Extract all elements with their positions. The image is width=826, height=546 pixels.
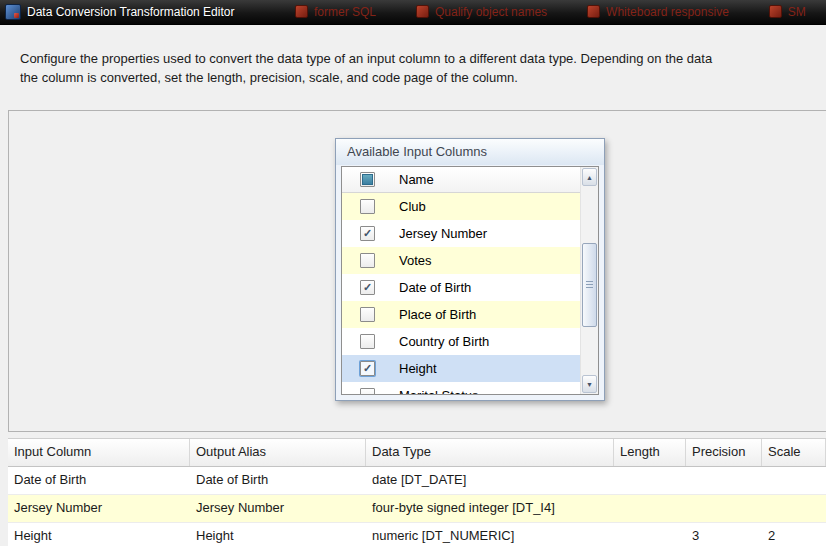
background-window-title-former-sql: former SQL [295,5,376,19]
scroll-up-button[interactable]: ▲ [582,168,597,186]
grid-cell[interactable]: Height [8,523,190,546]
data-conversion-app-icon [5,4,21,20]
scrollbar-track[interactable] [581,187,598,374]
grid-cell[interactable] [686,467,762,494]
grid-cell[interactable]: four-byte signed integer [DT_I4] [366,495,614,522]
grid-header-scale[interactable]: Scale [762,439,826,466]
select-all-checkbox[interactable] [360,172,375,187]
grid-cell[interactable]: 3 [686,523,762,546]
titlebar[interactable]: Data Conversion Transformation Editor fo… [0,0,826,25]
column-row-votes[interactable]: Votes [342,247,581,274]
background-window-icon [769,5,782,18]
column-label: Marital Status [399,388,478,394]
grid-body: Date of BirthDate of Birthdate [DT_DATE]… [8,467,826,546]
column-checkbox[interactable] [360,334,375,349]
scrollbar-thumb[interactable] [582,243,597,327]
scroll-down-button[interactable]: ▼ [582,375,597,393]
background-window-icon [416,5,429,18]
column-row-date-of-birth[interactable]: ✓Date of Birth [342,274,581,301]
column-label: Votes [399,253,432,268]
grid-row[interactable]: Jersey NumberJersey Numberfour-byte sign… [8,495,826,523]
grid-header-input-column[interactable]: Input Column [8,439,190,466]
background-window-label: former SQL [314,5,376,19]
grid-cell[interactable]: date [DT_DATE] [366,467,614,494]
columns-panel: Available Input Columns Name Club✓Jersey… [8,110,826,432]
background-window-title-whiteboard-responsive: Whiteboard responsive [587,5,729,19]
column-label: Height [399,361,437,376]
background-window-title-sm: SM [769,5,806,19]
vertical-scrollbar[interactable]: ▲ ▼ [580,167,598,394]
grid-cell[interactable] [614,495,686,522]
grid-cell[interactable]: Jersey Number [8,495,190,522]
available-input-columns-title: Available Input Columns [336,139,604,165]
background-window-label: SM [788,5,806,19]
background-window-icon [295,5,308,18]
available-columns-list-container: Name Club✓Jersey NumberVotes✓Date of Bir… [341,166,599,395]
column-label: Date of Birth [399,280,471,295]
grid-cell[interactable] [686,495,762,522]
available-columns-list: Name Club✓Jersey NumberVotes✓Date of Bir… [342,167,581,394]
column-label: Jersey Number [399,226,487,241]
column-label: Place of Birth [399,307,476,322]
column-checkbox[interactable] [360,199,375,214]
column-checkbox[interactable] [360,253,375,268]
indeterminate-mark-icon [362,174,373,185]
grid-cell[interactable]: numeric [DT_NUMERIC] [366,523,614,546]
background-window-label: Qualify object names [435,5,547,19]
column-checkbox[interactable]: ✓ [360,226,375,241]
conversion-grid: Input ColumnOutput AliasData TypeLengthP… [8,438,826,546]
column-checkbox[interactable]: ✓ [360,280,375,295]
column-label: Club [399,199,426,214]
column-row-jersey-number[interactable]: ✓Jersey Number [342,220,581,247]
grid-cell[interactable] [762,495,826,522]
column-row-country-of-birth[interactable]: Country of Birth [342,328,581,355]
column-checkbox[interactable] [360,307,375,322]
grid-header-precision[interactable]: Precision [686,439,762,466]
grid-header-data-type[interactable]: Data Type [366,439,614,466]
background-window-titles: former SQLQualify object namesWhiteboard… [295,0,826,23]
grid-header-length[interactable]: Length [614,439,686,466]
grid-cell[interactable] [614,523,686,546]
description-text: Configure the properties used to convert… [20,49,822,87]
grid-row[interactable]: Date of BirthDate of Birthdate [DT_DATE] [8,467,826,495]
grid-cell[interactable]: 2 [762,523,826,546]
grid-cell[interactable] [614,467,686,494]
column-row-marital-status[interactable]: Marital Status [342,382,581,394]
grid-cell[interactable] [762,467,826,494]
column-checkbox[interactable]: ✓ [360,361,375,376]
grid-row[interactable]: HeightHeightnumeric [DT_NUMERIC]32 [8,523,826,546]
grid-header-row: Input ColumnOutput AliasData TypeLengthP… [8,438,826,467]
grid-cell[interactable]: Height [190,523,366,546]
column-row-height[interactable]: ✓Height [342,355,581,382]
column-row-place-of-birth[interactable]: Place of Birth [342,301,581,328]
column-row-club[interactable]: Club [342,193,581,220]
down-arrow-icon: ▼ [586,381,593,388]
columns-list-header-row: Name [342,167,581,193]
column-checkbox[interactable] [360,388,375,394]
grid-header-output-alias[interactable]: Output Alias [190,439,366,466]
grid-cell[interactable]: Jersey Number [190,495,366,522]
available-input-columns-box: Available Input Columns Name Club✓Jersey… [335,138,605,401]
grid-cell[interactable]: Date of Birth [8,467,190,494]
description-line-2: the column is converted, set the length,… [20,68,822,87]
name-column-header: Name [399,172,434,187]
grid-cell[interactable]: Date of Birth [190,467,366,494]
background-window-title-qualify-object-names: Qualify object names [416,5,547,19]
background-window-icon [587,5,600,18]
background-window-label: Whiteboard responsive [606,5,729,19]
column-label: Country of Birth [399,334,489,349]
up-arrow-icon: ▲ [586,174,593,181]
window-title: Data Conversion Transformation Editor [27,5,234,19]
description-line-1: Configure the properties used to convert… [20,49,822,68]
